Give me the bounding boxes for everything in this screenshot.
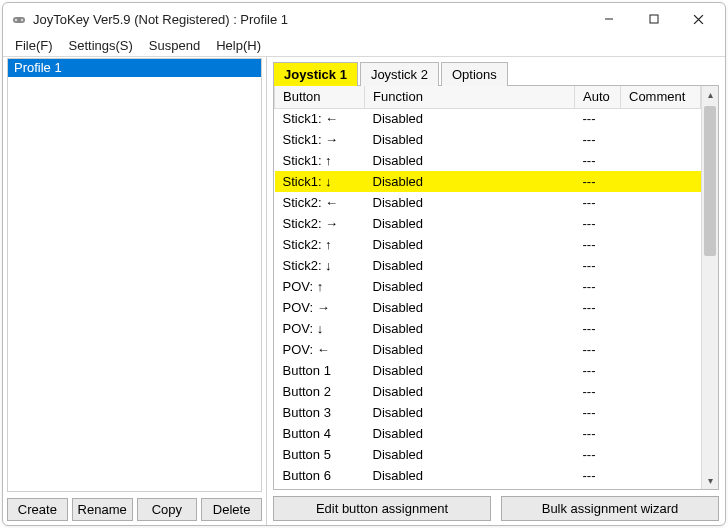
table-row[interactable]: Button 3Disabled---: [275, 402, 701, 423]
menu-item[interactable]: Help(H): [208, 36, 269, 55]
table-row[interactable]: Stick2: ↑Disabled---: [275, 234, 701, 255]
table-cell: Stick2: ↓: [275, 255, 365, 276]
scroll-up-icon[interactable]: ▴: [702, 86, 718, 103]
scroll-down-icon[interactable]: ▾: [702, 472, 718, 489]
delete-button[interactable]: Delete: [201, 498, 262, 521]
table-row[interactable]: Stick1: ←Disabled---: [275, 108, 701, 129]
column-header[interactable]: Comment: [621, 86, 701, 108]
table-row[interactable]: POV: ↓Disabled---: [275, 318, 701, 339]
profile-button-row: Create Rename Copy Delete: [7, 492, 262, 521]
table-cell: [621, 444, 701, 465]
tab[interactable]: Joystick 2: [360, 62, 439, 86]
table-row[interactable]: Button 1Disabled---: [275, 360, 701, 381]
table-cell: ---: [575, 423, 621, 444]
table-cell: Disabled: [365, 297, 575, 318]
profile-row[interactable]: Profile 1: [8, 59, 261, 77]
table-cell: Disabled: [365, 213, 575, 234]
table-cell: Disabled: [365, 192, 575, 213]
table-row[interactable]: Button 6Disabled---: [275, 465, 701, 486]
table-row[interactable]: POV: →Disabled---: [275, 297, 701, 318]
table-cell: ---: [575, 213, 621, 234]
table-cell: ---: [575, 192, 621, 213]
table-cell: Stick1: ↓: [275, 171, 365, 192]
close-button[interactable]: [676, 4, 721, 34]
table-row[interactable]: Button 2Disabled---: [275, 381, 701, 402]
table-cell: Disabled: [365, 276, 575, 297]
table-cell: Button 2: [275, 381, 365, 402]
table-cell: [621, 150, 701, 171]
table-cell: Disabled: [365, 171, 575, 192]
table-cell: [621, 213, 701, 234]
profile-list[interactable]: Profile 1: [7, 58, 262, 492]
mapping-pane: Joystick 1Joystick 2Options ButtonFuncti…: [267, 57, 725, 525]
scroll-thumb[interactable]: [704, 106, 716, 256]
table-cell: [621, 318, 701, 339]
table-cell: ---: [575, 297, 621, 318]
tab[interactable]: Options: [441, 62, 508, 86]
column-header[interactable]: Button: [275, 86, 365, 108]
bulk-wizard-button[interactable]: Bulk assignment wizard: [501, 496, 719, 521]
minimize-button[interactable]: [586, 4, 631, 34]
vertical-scrollbar[interactable]: ▴ ▾: [701, 86, 718, 489]
table-row[interactable]: POV: ↑Disabled---: [275, 276, 701, 297]
table-cell: [621, 234, 701, 255]
table-row[interactable]: Button 5Disabled---: [275, 444, 701, 465]
table-cell: [621, 423, 701, 444]
table-cell: ---: [575, 234, 621, 255]
table-cell: Disabled: [365, 402, 575, 423]
table-cell: Stick1: ↑: [275, 150, 365, 171]
table-cell: ---: [575, 465, 621, 486]
table-cell: POV: ←: [275, 339, 365, 360]
svg-rect-3: [650, 15, 658, 23]
mapping-table[interactable]: ButtonFunctionAutoComment Stick1: ←Disab…: [274, 86, 701, 486]
table-cell: Disabled: [365, 255, 575, 276]
tab[interactable]: Joystick 1: [273, 62, 358, 86]
menu-item[interactable]: File(F): [7, 36, 61, 55]
table-cell: ---: [575, 360, 621, 381]
table-cell: ---: [575, 276, 621, 297]
table-row[interactable]: Stick1: →Disabled---: [275, 129, 701, 150]
table-cell: ---: [575, 444, 621, 465]
table-cell: ---: [575, 150, 621, 171]
table-cell: ---: [575, 339, 621, 360]
menubar: File(F)Settings(S)SuspendHelp(H): [3, 35, 725, 57]
copy-button[interactable]: Copy: [137, 498, 198, 521]
table-cell: Stick2: →: [275, 213, 365, 234]
table-cell: [621, 255, 701, 276]
table-row[interactable]: POV: ←Disabled---: [275, 339, 701, 360]
table-cell: Stick1: →: [275, 129, 365, 150]
table-cell: [621, 171, 701, 192]
table-cell: Disabled: [365, 129, 575, 150]
table-cell: ---: [575, 108, 621, 129]
table-cell: [621, 360, 701, 381]
table-row[interactable]: Stick2: ←Disabled---: [275, 192, 701, 213]
edit-assignment-button[interactable]: Edit button assignment: [273, 496, 491, 521]
create-button[interactable]: Create: [7, 498, 68, 521]
table-cell: Disabled: [365, 339, 575, 360]
table-row[interactable]: Stick1: ↑Disabled---: [275, 150, 701, 171]
column-header[interactable]: Auto: [575, 86, 621, 108]
column-header[interactable]: Function: [365, 86, 575, 108]
table-cell: [621, 402, 701, 423]
table-cell: ---: [575, 318, 621, 339]
table-cell: ---: [575, 255, 621, 276]
table-cell: Button 4: [275, 423, 365, 444]
table-cell: Button 5: [275, 444, 365, 465]
maximize-button[interactable]: [631, 4, 676, 34]
table-row[interactable]: Stick2: ↓Disabled---: [275, 255, 701, 276]
svg-point-2: [21, 19, 23, 21]
table-cell: Button 3: [275, 402, 365, 423]
menu-item[interactable]: Suspend: [141, 36, 208, 55]
rename-button[interactable]: Rename: [72, 498, 133, 521]
table-row[interactable]: Stick1: ↓Disabled---: [275, 171, 701, 192]
table-cell: POV: →: [275, 297, 365, 318]
table-cell: [621, 129, 701, 150]
menu-item[interactable]: Settings(S): [61, 36, 141, 55]
table-row[interactable]: Button 4Disabled---: [275, 423, 701, 444]
table-cell: Disabled: [365, 444, 575, 465]
table-row[interactable]: Stick2: →Disabled---: [275, 213, 701, 234]
table-cell: Disabled: [365, 318, 575, 339]
table-cell: [621, 381, 701, 402]
table-cell: POV: ↓: [275, 318, 365, 339]
window-controls: [586, 4, 721, 34]
